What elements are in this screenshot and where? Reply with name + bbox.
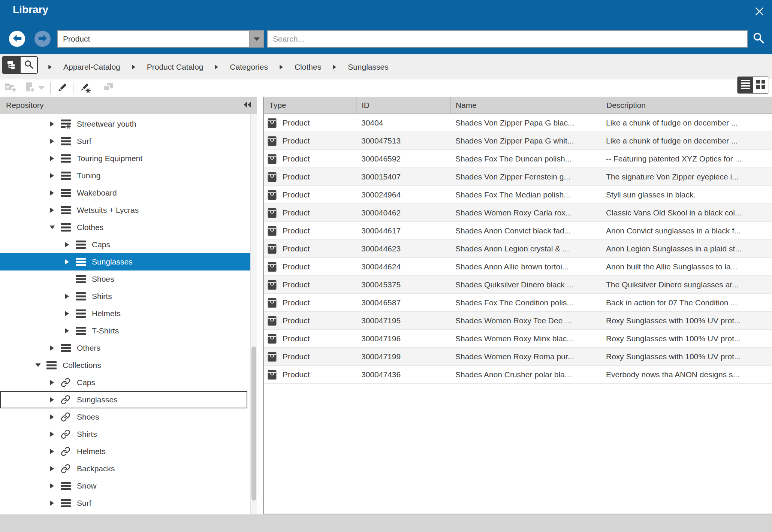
expand-arrow-icon[interactable] <box>49 173 55 179</box>
name-cell: Shades Women Roxy Tee Dee ... <box>450 312 601 329</box>
description-cell: Everbody nows tha ANON designs s... <box>601 366 772 383</box>
tree-view-toggle[interactable] <box>3 57 20 73</box>
new-content-menu-button[interactable] <box>38 81 45 96</box>
expand-arrow-icon[interactable] <box>49 414 55 420</box>
breadcrumb-item-categories[interactable]: Categories <box>230 63 268 72</box>
tree-item-streetwear-youth[interactable]: Streetwear youth <box>0 115 257 133</box>
tree-item-caps[interactable]: Caps <box>0 236 257 253</box>
column-header-id[interactable]: ID <box>356 97 450 114</box>
expand-arrow-icon[interactable] <box>49 121 55 127</box>
expand-arrow-icon[interactable] <box>49 397 55 403</box>
breadcrumb-item-sunglasses[interactable]: Sunglasses <box>348 63 389 72</box>
new-content-button[interactable] <box>24 81 35 96</box>
expand-arrow-icon[interactable] <box>64 259 70 265</box>
tree-item-shirts[interactable]: Shirts <box>0 426 257 443</box>
new-folder-button[interactable] <box>4 81 17 96</box>
list-view-button[interactable] <box>738 77 753 93</box>
expand-arrow-icon[interactable] <box>64 242 70 248</box>
expand-arrow-icon[interactable] <box>49 345 55 351</box>
table-row[interactable]: Product300044617Shades Anon Convict blac… <box>264 222 772 240</box>
expand-arrow-icon[interactable] <box>49 431 55 437</box>
tree-item-others[interactable]: Others <box>0 339 257 357</box>
expand-arrow-icon[interactable] <box>49 500 55 506</box>
copy-button[interactable] <box>103 81 114 96</box>
table-row[interactable]: Product300047195Shades Women Roxy Tee De… <box>264 312 772 330</box>
tree-item-touring-equipment[interactable]: Touring Equipment <box>0 150 257 167</box>
tree-item-shirts[interactable]: Shirts <box>0 288 257 305</box>
list-view-icon <box>741 79 750 91</box>
collapse-panel-button[interactable] <box>244 101 251 110</box>
tree-item-tuning[interactable]: Tuning <box>0 167 257 184</box>
category-icon <box>61 206 71 214</box>
expand-arrow-icon[interactable] <box>64 293 70 299</box>
table-row[interactable]: Product300024964Shades Fox The Median po… <box>264 186 772 204</box>
forward-button[interactable] <box>34 31 51 47</box>
table-row[interactable]: Product300047436Shades Anon Crusher pola… <box>264 366 772 384</box>
tree-item-helmets[interactable]: Helmets <box>0 443 257 460</box>
search-input[interactable] <box>267 30 748 48</box>
table-row[interactable]: Product300047513Shades Von Zipper Papa G… <box>264 132 772 150</box>
tree-item-wakeboard[interactable]: Wakeboard <box>0 184 257 202</box>
tree-item-sunglasses[interactable]: Sunglasses <box>0 253 250 270</box>
id-cell: 300040462 <box>356 204 450 221</box>
tree-item-surf[interactable]: Surf <box>0 133 257 150</box>
tree-item-surf[interactable]: Surf <box>0 495 257 512</box>
column-header-description[interactable]: Description <box>601 97 772 114</box>
edit-new-button[interactable] <box>79 81 91 96</box>
tree-item-backpacks[interactable]: Backpacks <box>0 460 257 477</box>
tree-item-helmets[interactable]: Helmets <box>0 305 257 322</box>
description-cell: Like a chunk of fudge on december ... <box>601 114 772 132</box>
expand-arrow-icon[interactable] <box>49 466 55 472</box>
back-button[interactable] <box>9 31 25 47</box>
tree-item-clothes[interactable]: Clothes <box>0 219 257 236</box>
product-icon <box>268 136 277 146</box>
expand-arrow-icon[interactable] <box>49 448 55 454</box>
tree-item-caps[interactable]: Caps <box>0 374 257 391</box>
table-row[interactable]: Product300047199Shades Women Roxy Roma p… <box>264 348 772 366</box>
breadcrumb-item-product-catalog[interactable]: Product Catalog <box>147 63 203 72</box>
breadcrumb-item-clothes[interactable]: Clothes <box>295 63 321 72</box>
column-header-name[interactable]: Name <box>450 97 601 114</box>
table-row[interactable]: Product300044623Shades Anon Legion cryst… <box>264 240 772 258</box>
tree-scrollbar-thumb[interactable] <box>251 347 256 501</box>
expand-arrow-icon[interactable] <box>49 380 55 386</box>
breadcrumb-item-apparel-catalog[interactable]: Apparel-Catalog <box>63 63 120 72</box>
tree-item-snow[interactable]: Snow <box>0 477 257 495</box>
collapse-arrow-icon[interactable] <box>35 363 41 368</box>
table-row[interactable]: Product300040462Shades Women Roxy Carla … <box>264 204 772 222</box>
collapse-arrow-icon[interactable] <box>49 225 55 230</box>
thumbnail-view-button[interactable] <box>753 77 769 93</box>
expand-arrow-icon[interactable] <box>64 328 70 334</box>
expand-arrow-icon[interactable] <box>49 155 55 161</box>
column-header-type[interactable]: Type <box>264 97 356 114</box>
table-row[interactable]: Product300047196Shades Women Roxy Minx b… <box>264 330 772 348</box>
tree-item-sunglasses[interactable]: Sunglasses <box>0 391 247 408</box>
expand-arrow-icon[interactable] <box>49 483 55 489</box>
category-icon <box>76 241 86 249</box>
close-button[interactable] <box>752 4 767 19</box>
table-row[interactable]: Product300044624Shades Anon Allie brown … <box>264 258 772 276</box>
table-row[interactable]: Product30404Shades Von Zipper Papa G bla… <box>264 114 772 132</box>
search-view-toggle[interactable] <box>20 57 37 73</box>
table-row[interactable]: Product300046592Shades Fox The Duncan po… <box>264 150 772 168</box>
expand-arrow-icon[interactable] <box>49 138 55 144</box>
tree-scrollbar-track[interactable] <box>250 114 257 514</box>
expand-arrow-icon[interactable] <box>49 207 55 213</box>
tree-item-shoes[interactable]: Shoes <box>0 408 257 426</box>
tree-item-label: Touring Equipment <box>77 154 142 163</box>
table-row[interactable]: Product300046587Shades Fox The Condition… <box>264 294 772 312</box>
tree-item-shoes[interactable]: Shoes <box>0 270 257 288</box>
tree-item-t-shirts[interactable]: T-Shirts <box>0 322 257 339</box>
panel-splitter[interactable] <box>257 97 263 514</box>
expand-arrow-icon[interactable] <box>49 190 55 196</box>
tree-item-collections[interactable]: Collections <box>0 357 257 374</box>
tree-item-wetsuits-lycras[interactable]: Wetsuits + Lycras <box>0 202 257 219</box>
table-row[interactable]: Product300045375Shades Quiksilver Dinero… <box>264 276 772 294</box>
search-button[interactable] <box>751 31 767 47</box>
doctype-combobox-caret-button[interactable] <box>249 31 263 47</box>
doctype-combobox[interactable]: Product <box>57 30 264 48</box>
id-cell: 300044624 <box>356 258 450 275</box>
edit-button[interactable] <box>56 81 67 96</box>
table-row[interactable]: Product300015407Shades Von Zipper Fernst… <box>264 168 772 186</box>
expand-arrow-icon[interactable] <box>64 311 70 317</box>
